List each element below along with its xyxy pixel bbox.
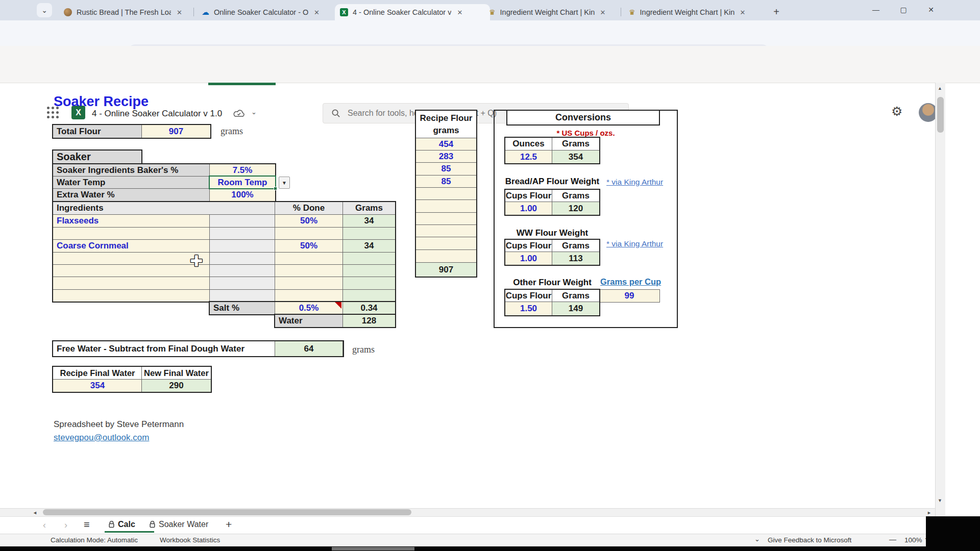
salt-grams-cell[interactable]: 0.34 (342, 302, 396, 315)
recipe-flour-total-cell[interactable]: 907 (415, 262, 477, 277)
browser-tab-5[interactable]: ♛ Ingredient Weight Chart | King ✕ (624, 4, 768, 20)
cups-flour-header-cell[interactable]: Cups Flour (505, 289, 552, 302)
tab-close-icon[interactable]: ✕ (600, 9, 606, 16)
saved-cloud-icon[interactable] (233, 108, 245, 117)
recipe-flour-header-cell[interactable]: Recipe Flour grams (415, 110, 477, 138)
soaker-header-cell[interactable]: Soaker (53, 150, 142, 164)
recipe-flour-cell[interactable]: 454 (415, 138, 477, 151)
recipe-final-water-value[interactable]: 354 (53, 379, 142, 392)
tab-close-icon[interactable]: ✕ (177, 9, 182, 16)
param-value-cell[interactable]: 7.5% (209, 164, 276, 177)
cups-flour-header-cell[interactable]: Cups Flour (505, 189, 552, 202)
recipe-flour-cell[interactable] (415, 224, 477, 237)
ingredient-name-cell[interactable] (53, 227, 210, 240)
horizontal-scrollbar-thumb[interactable] (43, 509, 411, 515)
browser-tab-1[interactable]: Rustic Bread | The Fresh Loaf ✕ (59, 4, 201, 20)
tab-close-icon[interactable]: ✕ (740, 9, 746, 16)
ingredient-name-cell[interactable]: Flaxseeds (53, 214, 210, 228)
grams-header-cell[interactable]: Grams (552, 137, 600, 151)
ingredient-grams-cell[interactable]: 34 (342, 214, 396, 228)
scroll-right-icon[interactable]: ► (927, 510, 932, 515)
new-final-water-header[interactable]: New Final Water (141, 366, 211, 380)
king-arthur-link[interactable]: * via King Arthur (606, 178, 663, 187)
free-water-value-cell[interactable]: 64 (275, 341, 343, 357)
window-minimize-button[interactable]: — (864, 2, 888, 17)
ounces-header-cell[interactable]: Ounces (505, 137, 552, 151)
ingredient-done-cell[interactable]: 50% (275, 239, 343, 253)
give-feedback-button[interactable]: Give Feedback to Microsoft (768, 536, 851, 544)
ingredient-grams-cell[interactable] (342, 227, 396, 240)
ingredient-grams-cell[interactable] (342, 252, 396, 265)
calc-mode-status[interactable]: Calculation Mode: Automatic (51, 536, 138, 544)
zoom-out-icon[interactable]: — (889, 535, 896, 543)
ingredient-mid-cell[interactable] (209, 264, 276, 277)
ingredient-done-cell[interactable]: 50% (275, 214, 343, 228)
ingredient-name-cell[interactable] (53, 277, 210, 290)
sheet-nav-prev-icon[interactable]: ‹ (43, 520, 46, 531)
ingredient-grams-cell[interactable] (342, 277, 396, 290)
salt-label-cell[interactable]: Salt % (209, 302, 276, 315)
ingredients-header-cell[interactable]: Ingredients (53, 202, 276, 215)
tab-close-icon[interactable]: ✕ (314, 9, 320, 16)
ingredient-done-cell[interactable] (275, 264, 343, 277)
ingredient-mid-cell[interactable] (209, 277, 276, 290)
param-label-cell[interactable]: Water Temp (53, 176, 210, 189)
ounces-value-cell[interactable]: 12.5 (505, 150, 552, 164)
add-sheet-icon[interactable]: + (226, 518, 232, 531)
dropdown-arrow-button[interactable]: ▼ (279, 177, 290, 189)
ingredient-done-cell[interactable] (275, 277, 343, 290)
salt-done-cell[interactable]: 0.5% (275, 302, 343, 315)
tab-search-chevron-icon[interactable]: ⌄ (37, 3, 52, 17)
browser-tab-2[interactable]: ☁ Online Soaker Calculator - One ✕ (197, 4, 338, 20)
total-flour-label-cell[interactable]: Total Flour (53, 124, 142, 138)
ingredient-grams-cell[interactable]: 34 (342, 239, 396, 253)
ingredient-done-cell[interactable] (275, 252, 343, 265)
param-label-cell[interactable]: Extra Water % (53, 188, 210, 202)
ingredient-grams-cell[interactable] (342, 289, 396, 302)
recipe-flour-cell[interactable] (415, 237, 477, 250)
recipe-flour-cell[interactable] (415, 249, 477, 263)
grams-value-cell[interactable]: 149 (552, 302, 600, 316)
done-header-cell[interactable]: % Done (275, 202, 343, 215)
ingredient-mid-cell[interactable] (209, 227, 276, 240)
ingredient-grams-cell[interactable] (342, 264, 396, 277)
grams-per-cup-link[interactable]: Grams per Cup (600, 277, 661, 287)
settings-gear-icon[interactable]: ⚙ (891, 104, 902, 119)
sheet-tab-calc[interactable]: Calc (108, 520, 135, 529)
sheet-list-menu-icon[interactable]: ≡ (84, 519, 90, 531)
new-final-water-value[interactable]: 290 (141, 379, 211, 392)
ounce-grams-value-cell[interactable]: 354 (552, 150, 600, 164)
ingredient-mid-cell[interactable] (209, 289, 276, 302)
zoom-level[interactable]: 100% (904, 536, 922, 544)
grams-header-cell[interactable]: Grams (552, 189, 600, 202)
grams-header-cell[interactable]: Grams (342, 202, 396, 215)
window-close-button[interactable]: ✕ (919, 2, 943, 17)
ingredient-name-cell[interactable] (53, 264, 210, 277)
scroll-down-icon[interactable]: ▼ (938, 498, 942, 503)
new-tab-button[interactable]: + (769, 4, 784, 19)
window-maximize-button[interactable]: ▢ (892, 2, 915, 17)
sheet-tab-soaker-water[interactable]: Soaker Water (149, 520, 208, 529)
grams-value-cell[interactable]: 120 (552, 202, 600, 215)
grams-value-cell[interactable]: 113 (552, 252, 600, 265)
feedback-chevron-icon[interactable]: ⌄ (754, 535, 760, 543)
water-grams-cell[interactable]: 128 (342, 314, 396, 328)
vertical-scrollbar-thumb[interactable] (937, 97, 944, 133)
workbook-statistics-button[interactable]: Workbook Statistics (160, 536, 220, 544)
browser-tab-4[interactable]: ♛ Ingredient Weight Chart | King ✕ (484, 4, 628, 20)
recipe-flour-cell[interactable] (415, 187, 477, 200)
cups-flour-header-cell[interactable]: Cups Flour (505, 239, 552, 252)
recipe-flour-cell[interactable] (415, 212, 477, 225)
ingredient-done-cell[interactable] (275, 289, 343, 302)
cups-value-cell[interactable]: 1.00 (505, 252, 552, 265)
vertical-scrollbar[interactable] (935, 83, 945, 516)
water-temp-value-cell[interactable]: Room Temp (209, 176, 276, 189)
recipe-flour-cell[interactable]: 85 (415, 162, 477, 176)
sheet-nav-next-icon[interactable]: › (64, 520, 67, 531)
recipe-flour-cell[interactable] (415, 199, 477, 213)
param-label-cell[interactable]: Soaker Ingredients Baker's % (53, 164, 210, 177)
ingredient-name-cell[interactable] (53, 289, 210, 302)
cups-value-cell[interactable]: 1.00 (505, 202, 552, 215)
browser-tab-3-active[interactable]: X 4 - Online Soaker Calculator v ✕ (335, 4, 490, 20)
ingredient-name-cell[interactable] (53, 252, 210, 265)
